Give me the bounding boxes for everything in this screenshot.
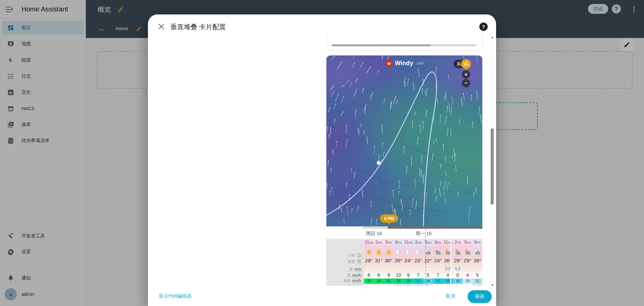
- wind-particles-layer: [326, 55, 482, 226]
- weather-icon-sun: [364, 248, 374, 257]
- clock-icon: [357, 253, 361, 258]
- wind-cell: 6: [364, 272, 374, 278]
- preview-progress-bar: [332, 44, 477, 46]
- forecast-row-label-column: 小时 温度°C 雨mm 风km/h: [326, 239, 364, 286]
- weather-icon-sun: [374, 248, 383, 257]
- time-indicator-balloon[interactable]: 4 PM: [380, 214, 398, 223]
- gust-cell: 20: [393, 278, 403, 284]
- temp-cell: 22°: [423, 258, 433, 266]
- temp-cell: 23°: [413, 258, 423, 266]
- temp-cell: 29°: [453, 258, 463, 266]
- scrollbar-up-arrow[interactable]: ▲: [491, 35, 494, 39]
- day-label: 周一 15: [416, 231, 431, 237]
- hour-cell: 5PM: [463, 239, 472, 248]
- weather-icon-moon: [393, 248, 403, 257]
- hour-cell: 11AM: [364, 239, 374, 248]
- windy-logo[interactable]: w Windy .com: [385, 59, 424, 67]
- temp-cell: 26°: [393, 258, 403, 266]
- wind-icon: [463, 61, 469, 67]
- hour-cell: 8PM: [473, 239, 482, 248]
- windy-brand-suffix: .com: [416, 61, 424, 65]
- gust-cell: 14: [453, 278, 463, 284]
- gust-cell: 18: [404, 278, 413, 284]
- day-separator-line: [450, 229, 451, 286]
- cancel-button[interactable]: 取消: [446, 293, 455, 299]
- wind-cell: 4: [463, 272, 472, 278]
- timeline-current-tick: [388, 226, 389, 229]
- wind-cell: 7: [413, 272, 423, 278]
- weather-icon-moon: [413, 248, 423, 257]
- rain-cell: 0.3: [453, 266, 463, 273]
- wind-cell: 5: [423, 272, 433, 278]
- weather-icon-moon-cloud: [473, 248, 482, 257]
- clipped-card-preview: [327, 34, 483, 50]
- row-label-wind[interactable]: 风km/h: [347, 273, 361, 278]
- windy-timeline[interactable]: [326, 226, 482, 229]
- weather-icon-rain: [453, 248, 463, 257]
- card-config-dialog: 垂直堆叠 卡片配置 ? w Windy .com 风 + −: [148, 14, 496, 306]
- temp-cell: 28°: [364, 258, 374, 266]
- weather-icon-clouds: [433, 248, 443, 257]
- timeline-future: [388, 226, 482, 229]
- zoom-in-button[interactable]: +: [462, 70, 470, 79]
- hour-cell: 8AM: [433, 239, 443, 248]
- windy-brand-text: Windy: [395, 60, 413, 67]
- row-label-temp[interactable]: 温度°C: [348, 259, 361, 264]
- temp-cell: 26°: [473, 258, 482, 266]
- rain-cell: [473, 266, 482, 273]
- rain-cell: [413, 266, 423, 273]
- rain-cell: [374, 266, 383, 273]
- rain-cell: [463, 266, 472, 273]
- temp-cell: 24°: [404, 258, 413, 266]
- temp-cell: 30°: [384, 258, 393, 266]
- gust-cell: 19: [364, 278, 374, 284]
- hour-cell: 5PM: [384, 239, 393, 248]
- weather-icon-moon-cloud: [423, 248, 433, 257]
- show-code-editor-button[interactable]: 显示代码编辑器: [159, 293, 192, 299]
- wind-cell: 10: [393, 272, 403, 278]
- location-marker: [377, 161, 381, 165]
- weather-icon-sun-cloud: [463, 248, 472, 257]
- dialog-header: 垂直堆叠 卡片配置 ?: [148, 14, 496, 34]
- gust-cell: 16: [443, 278, 452, 284]
- wind-cell: 9: [384, 272, 393, 278]
- dialog-scrollbar-thumb[interactable]: [491, 128, 494, 205]
- hour-cell: 2PM: [374, 239, 383, 248]
- weather-icon-sun: [384, 248, 393, 257]
- close-icon[interactable]: [157, 23, 165, 31]
- row-label-rain[interactable]: 雨mm: [349, 267, 361, 272]
- rain-cell: [393, 266, 403, 273]
- row-label-gust[interactable]: 阵风km/h: [343, 278, 361, 283]
- wind-animation-button[interactable]: [461, 59, 471, 69]
- rain-cell: [423, 266, 433, 273]
- gust-cell: 10: [463, 278, 472, 284]
- gust-cell: 17: [433, 278, 443, 284]
- windy-logo-icon: w: [385, 59, 392, 67]
- zoom-out-button[interactable]: −: [462, 79, 470, 87]
- hour-cell: 2PM: [453, 239, 463, 248]
- hour-cell: 5AM: [423, 239, 433, 248]
- rain-cell: [404, 266, 413, 273]
- gust-cell: 11: [473, 278, 482, 284]
- wind-cell: 6: [374, 272, 383, 278]
- timeline-elapsed: [363, 226, 388, 229]
- wind-cell: 4: [443, 272, 452, 278]
- hour-cell: 11AM: [443, 239, 452, 248]
- wind-cell: 7: [433, 272, 443, 278]
- gust-cell: 19: [374, 278, 383, 284]
- wind-cell: 0: [453, 272, 463, 278]
- hour-cell: 2AM: [413, 239, 423, 248]
- forecast-table: 小时 温度°C 雨mm 风km/h: [326, 229, 482, 286]
- temp-cell: 26°: [443, 258, 452, 266]
- temp-cell: 29°: [463, 258, 472, 266]
- save-button[interactable]: 保存: [468, 290, 492, 303]
- weather-icon-storm: [443, 248, 452, 257]
- temp-cell: 24°: [433, 258, 443, 266]
- dialog-content: w Windy .com 风 + − 4 PM: [148, 34, 487, 286]
- wind-cell: 5: [473, 272, 482, 278]
- rain-cell: [433, 266, 443, 273]
- dialog-help-button[interactable]: ?: [479, 23, 488, 31]
- windy-map[interactable]: w Windy .com 风 + − 4 PM: [326, 55, 482, 226]
- weather-icon-moon: [404, 248, 413, 257]
- day-label: 周日 14: [366, 231, 382, 237]
